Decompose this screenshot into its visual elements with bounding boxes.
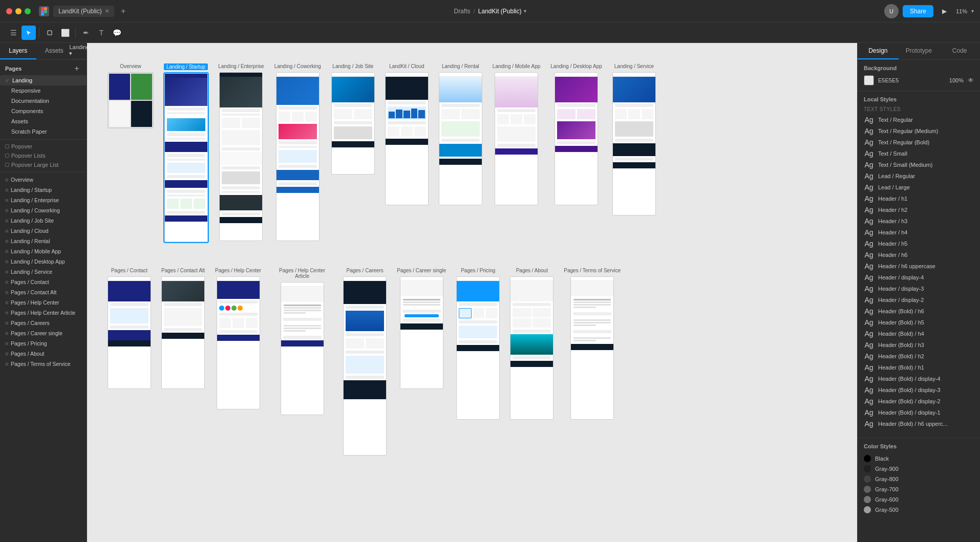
tab-layers[interactable]: Layers xyxy=(0,43,36,59)
color-style-gray-800[interactable]: Gray-800 xyxy=(864,474,974,484)
tab-design[interactable]: Design xyxy=(858,43,899,59)
page-item-landing[interactable]: ✓ Landing xyxy=(0,75,87,85)
page-thumb-startup[interactable]: Landing / Startup xyxy=(164,63,208,242)
page-thumb-service[interactable]: Landing / Service xyxy=(612,63,656,215)
page-group-popover-lists[interactable]: Popover Lists xyxy=(0,151,87,160)
move-tool-button[interactable] xyxy=(22,26,36,40)
sidebar-item-landing-service[interactable]: ⊞Landing / Service xyxy=(0,267,87,277)
text-style-header-bold-h6-upper[interactable]: AgHeader (Bold) / h6 upperc... xyxy=(864,418,974,429)
text-style-header-bold-h5[interactable]: AgHeader (Bold) / h5 xyxy=(864,317,974,328)
text-style-header-bold-display-2[interactable]: AgHeader (Bold) / display-2 xyxy=(864,396,974,407)
page-item-assets[interactable]: Assets xyxy=(0,116,87,126)
menu-button[interactable]: ☰ xyxy=(6,26,20,40)
color-style-black[interactable]: Black xyxy=(864,453,974,464)
sidebar-item-landing-jobsite[interactable]: ⊞Landing / Job Site xyxy=(0,215,87,226)
page-thumb-career-single[interactable]: Pages / Career single xyxy=(397,268,446,389)
text-style-header-h4[interactable]: AgHeader / h4 xyxy=(864,227,974,238)
sidebar-item-pages-contact[interactable]: ⊞Pages / Contact xyxy=(0,277,87,287)
page-thumb-careers[interactable]: Pages / Careers xyxy=(343,268,387,456)
text-style-header-bold-h2[interactable]: AgHeader (Bold) / h2 xyxy=(864,351,974,362)
page-thumb-rental[interactable]: Landing / Rental xyxy=(439,63,482,205)
window-minimize-button[interactable] xyxy=(15,8,22,14)
page-thumb-coworking[interactable]: Landing / Coworking xyxy=(274,63,321,241)
frame-tool-button[interactable] xyxy=(42,26,57,40)
present-button[interactable]: ▶ xyxy=(938,4,952,18)
text-style-header-h1[interactable]: AgHeader / h1 xyxy=(864,193,974,204)
text-style-header-bold-display-4[interactable]: AgHeader (Bold) / display-4 xyxy=(864,373,974,384)
page-thumb-help-center[interactable]: Pages / Help Center xyxy=(215,268,261,409)
page-thumb-about[interactable]: Pages / About xyxy=(510,268,553,420)
pen-tool-button[interactable]: ✒ xyxy=(79,26,93,40)
text-style-header-display-4[interactable]: AgHeader / display-4 xyxy=(864,272,974,283)
page-thumb-cloud[interactable]: LandKit / Cloud xyxy=(385,63,429,205)
sidebar-item-landing-coworking[interactable]: ⊞Landing / Coworking xyxy=(0,205,87,215)
sidebar-item-pages-about[interactable]: ⊞Pages / About xyxy=(0,349,87,359)
page-thumb-help-article[interactable]: Pages / Help Center Article xyxy=(271,268,333,415)
sidebar-item-landing-enterprise[interactable]: ⊞Landing / Enterprise xyxy=(0,195,87,205)
page-thumb-jobsite[interactable]: Landing / Job Site xyxy=(331,63,375,175)
color-style-gray-600[interactable]: Gray-600 xyxy=(864,494,974,505)
sidebar-item-landing-desktop[interactable]: ⊞Landing / Desktop App xyxy=(0,256,87,267)
window-maximize-button[interactable] xyxy=(25,8,31,14)
page-thumb-contact[interactable]: Pages / Contact xyxy=(108,268,151,389)
window-close-button[interactable] xyxy=(6,8,12,14)
breadcrumb-file-dropdown[interactable]: LandKit (Public) ▾ xyxy=(478,8,526,15)
text-tool-button[interactable]: T xyxy=(94,26,109,40)
add-page-button[interactable]: + xyxy=(72,64,81,73)
sidebar-item-landing-rental[interactable]: ⊞Landing / Rental xyxy=(0,236,87,246)
text-style-header-bold-display-3[interactable]: AgHeader (Bold) / display-3 xyxy=(864,384,974,396)
breadcrumb-drafts[interactable]: Drafts xyxy=(454,8,470,15)
page-group-popover[interactable]: Popover xyxy=(0,142,87,151)
page-thumb-pricing[interactable]: Pages / Pricing xyxy=(456,268,500,420)
canvas[interactable]: Overview Landing / Startup xyxy=(87,43,857,542)
text-style-header-h5[interactable]: AgHeader / h5 xyxy=(864,238,974,249)
text-style-text-small-medium[interactable]: AgText / Small (Medium) xyxy=(864,159,974,170)
chevron-zoom-icon[interactable]: ▾ xyxy=(971,8,974,14)
share-button[interactable]: Share xyxy=(903,5,933,17)
sidebar-item-pages-help-center-article[interactable]: ⊞Pages / Help Center Article xyxy=(0,308,87,318)
shape-tool-button[interactable]: ⬜ xyxy=(58,26,72,40)
background-hex-value[interactable]: E5E5E5 xyxy=(878,77,945,83)
text-style-header-h3[interactable]: AgHeader / h3 xyxy=(864,215,974,227)
sidebar-item-overview[interactable]: ⊞Overview xyxy=(0,175,87,185)
page-group-popover-large[interactable]: Popover Large List xyxy=(0,160,87,169)
text-style-header-display-2[interactable]: AgHeader / display-2 xyxy=(864,294,974,306)
text-style-header-bold-display-1[interactable]: AgHeader (Bold) / display-1 xyxy=(864,407,974,418)
text-style-header-bold-h4[interactable]: AgHeader (Bold) / h4 xyxy=(864,328,974,339)
tab-assets[interactable]: Assets xyxy=(36,43,73,59)
text-style-text-regular-medium[interactable]: AgText / Regular (Medium) xyxy=(864,125,974,137)
sidebar-item-landing-startup[interactable]: ⊞Landing / Startup xyxy=(0,185,87,195)
page-item-responsive[interactable]: Responsive xyxy=(0,85,87,96)
page-thumb-enterprise[interactable]: Landing / Enterprise xyxy=(218,63,264,241)
color-style-gray-700[interactable]: Gray-700 xyxy=(864,484,974,494)
text-style-header-h6[interactable]: AgHeader / h6 xyxy=(864,249,974,261)
page-thumb-mobile[interactable]: Landing / Mobile App xyxy=(493,63,540,205)
tab-prototype[interactable]: Prototype xyxy=(899,43,940,59)
tab-landkit[interactable]: LandKit (Public) ✕ xyxy=(53,6,114,17)
page-thumb-desktop[interactable]: Landing / Desktop App xyxy=(550,63,602,205)
background-color-swatch[interactable] xyxy=(864,75,874,85)
text-style-header-display-3[interactable]: AgHeader / display-3 xyxy=(864,283,974,294)
new-tab-button[interactable]: + xyxy=(118,6,129,16)
tab-close-icon[interactable]: ✕ xyxy=(105,8,109,14)
sidebar-item-landing-cloud[interactable]: ⊞Landing / Cloud xyxy=(0,226,87,236)
color-style-gray-900[interactable]: Gray-900 xyxy=(864,464,974,474)
sidebar-item-landing-mobile[interactable]: ⊞Landing / Mobile App xyxy=(0,246,87,256)
page-item-scratch[interactable]: Scratch Paper xyxy=(0,126,87,137)
color-style-gray-500[interactable]: Gray-500 xyxy=(864,505,974,515)
page-item-components[interactable]: Components xyxy=(0,106,87,116)
sidebar-item-pages-help-center[interactable]: ⊞Pages / Help Center xyxy=(0,297,87,308)
page-thumb-contact-alt[interactable]: Pages / Contact Alt xyxy=(161,268,205,389)
text-style-text-regular[interactable]: AgText / Regular xyxy=(864,114,974,125)
sidebar-item-pages-career-single[interactable]: ⊞Pages / Career single xyxy=(0,328,87,338)
text-style-text-regular-bold[interactable]: AgText / Regular (Bold) xyxy=(864,137,974,148)
landing-page-selector[interactable]: Landing ▾ xyxy=(69,44,89,57)
comment-tool-button[interactable]: 💬 xyxy=(110,26,124,40)
sidebar-item-pages-pricing[interactable]: ⊞Pages / Pricing xyxy=(0,338,87,349)
text-style-header-h2[interactable]: AgHeader / h2 xyxy=(864,204,974,215)
text-style-text-small[interactable]: AgText / Small xyxy=(864,148,974,159)
page-thumb-overview[interactable]: Overview xyxy=(108,63,154,128)
sidebar-item-pages-contact-alt[interactable]: ⊞Pages / Contact Alt xyxy=(0,287,87,297)
tab-code[interactable]: Code xyxy=(939,43,980,59)
text-style-lead-regular[interactable]: AgLead / Regular xyxy=(864,170,974,182)
